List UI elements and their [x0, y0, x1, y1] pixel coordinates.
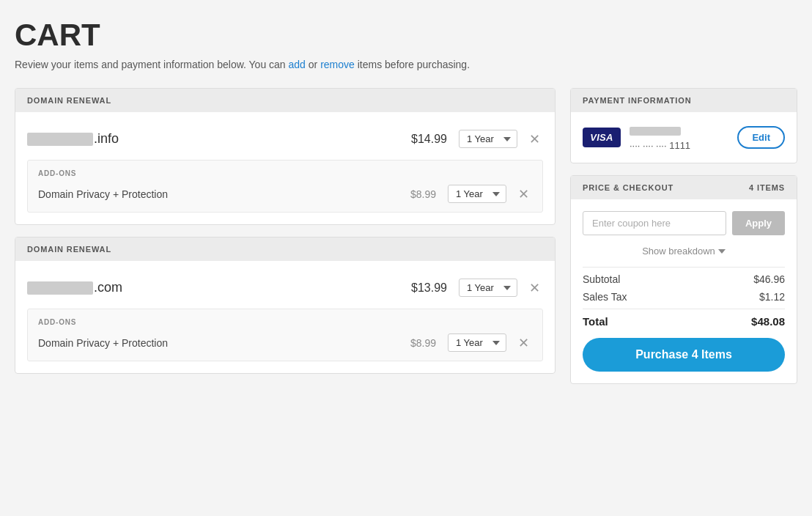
- items-badge: 4 ITEMS: [749, 183, 785, 192]
- addon-name-1-0: Domain Privacy + Protection: [38, 188, 402, 200]
- tax-value: $1.12: [759, 291, 785, 303]
- domain-price-2: $13.99: [411, 281, 447, 295]
- divider-1: [583, 267, 785, 268]
- domain-ext-1: .info: [94, 131, 119, 146]
- subtotal-value: $46.96: [753, 273, 785, 285]
- addon-row-2-0: Domain Privacy + Protection $8.99 1 Year…: [38, 333, 532, 352]
- addon-name-2-0: Domain Privacy + Protection: [38, 337, 402, 349]
- domain-renewal-header-1: DOMAIN RENEWAL: [15, 89, 555, 112]
- main-layout: DOMAIN RENEWAL .info $14.99 1 Year 2 Yea…: [15, 88, 797, 384]
- addon-year-select-1-0[interactable]: 1 Year 2 Years 3 Years: [448, 185, 506, 203]
- domain-blurred-2: [27, 281, 93, 295]
- breakdown-label: Show breakdown: [642, 246, 715, 257]
- domain-name-1: .info: [27, 131, 402, 147]
- card-blurred: [630, 127, 681, 136]
- domain-year-select-1[interactable]: 1 Year 2 Years 3 Years: [459, 130, 517, 148]
- addon-year-select-2-0[interactable]: 1 Year 2 Years 3 Years: [448, 333, 506, 352]
- total-label: Total: [583, 315, 608, 328]
- addon-remove-btn-1-0[interactable]: ✕: [515, 186, 532, 202]
- checkout-body: Apply Show breakdown Subtotal $46.96 Sal…: [571, 199, 797, 383]
- domain-card-body-2: .com $13.99 1 Year 2 Years 3 Years ✕ ADD…: [15, 261, 555, 373]
- tax-label: Sales Tax: [583, 291, 627, 303]
- edit-payment-button[interactable]: Edit: [737, 126, 785, 149]
- subtotal-label: Subtotal: [583, 273, 620, 285]
- addons-label-1: ADD-ONS: [38, 169, 532, 177]
- domain-card-body-1: .info $14.99 1 Year 2 Years 3 Years ✕ AD…: [15, 112, 555, 224]
- domain-renewal-header-2: DOMAIN RENEWAL: [15, 237, 555, 261]
- subtotal-row: Subtotal $46.96: [583, 273, 785, 285]
- domain-price-1: $14.99: [411, 133, 447, 146]
- total-row: Total $48.08: [583, 315, 785, 328]
- domain-renewal-card-1: DOMAIN RENEWAL .info $14.99 1 Year 2 Yea…: [15, 88, 556, 225]
- addon-price-1-0: $8.99: [410, 188, 436, 200]
- domain-row-1: .info $14.99 1 Year 2 Years 3 Years ✕: [27, 124, 543, 154]
- payment-header: PAYMENT INFORMATION: [571, 89, 797, 112]
- cart-items-column: DOMAIN RENEWAL .info $14.99 1 Year 2 Yea…: [15, 88, 556, 374]
- addon-row-1-0: Domain Privacy + Protection $8.99 1 Year…: [38, 185, 532, 203]
- purchase-button[interactable]: Purchase 4 Items: [583, 338, 785, 372]
- tax-row: Sales Tax $1.12: [583, 291, 785, 303]
- payment-body: VISA ···· ···· ···· 1111 Edit: [571, 112, 797, 163]
- divider-2: [583, 309, 785, 309]
- checkout-header: PRICE & CHECKOUT 4 ITEMS: [571, 176, 797, 199]
- addons-label-2: ADD-ONS: [38, 318, 532, 326]
- addons-box-2: ADD-ONS Domain Privacy + Protection $8.9…: [27, 309, 543, 361]
- apply-coupon-button[interactable]: Apply: [732, 211, 785, 235]
- domain-remove-btn-1[interactable]: ✕: [526, 131, 543, 147]
- domain-blurred-1: [27, 133, 93, 146]
- addons-box-1: ADD-ONS Domain Privacy + Protection $8.9…: [27, 160, 543, 213]
- total-value: $48.08: [751, 315, 785, 328]
- payment-info-card: PAYMENT INFORMATION VISA ···· ···· ···· …: [570, 88, 797, 163]
- domain-remove-btn-2[interactable]: ✕: [526, 280, 543, 296]
- domain-ext-2: .com: [94, 280, 122, 295]
- checkout-card: PRICE & CHECKOUT 4 ITEMS Apply Show brea…: [570, 175, 797, 384]
- card-last4: ···· ···· ···· 1111: [630, 140, 728, 151]
- addon-price-2-0: $8.99: [410, 337, 436, 349]
- chevron-down-icon: [718, 249, 726, 254]
- page-subtitle: Review your items and payment informatio…: [15, 59, 797, 70]
- checkout-header-label: PRICE & CHECKOUT: [583, 183, 673, 192]
- right-column: PAYMENT INFORMATION VISA ···· ···· ···· …: [570, 88, 797, 384]
- domain-year-select-2[interactable]: 1 Year 2 Years 3 Years: [459, 279, 517, 297]
- card-info: ···· ···· ···· 1111: [630, 124, 728, 151]
- coupon-input[interactable]: [583, 211, 726, 235]
- coupon-row: Apply: [583, 211, 785, 235]
- addon-remove-btn-2-0[interactable]: ✕: [515, 335, 532, 351]
- domain-row-2: .com $13.99 1 Year 2 Years 3 Years ✕: [27, 273, 543, 303]
- add-link[interactable]: add: [289, 59, 306, 70]
- domain-renewal-card-2: DOMAIN RENEWAL .com $13.99 1 Year 2 Year…: [15, 237, 556, 374]
- breakdown-toggle[interactable]: Show breakdown: [583, 246, 785, 257]
- domain-name-2: .com: [27, 280, 402, 295]
- visa-logo: VISA: [583, 128, 621, 147]
- page-title: CART: [15, 18, 797, 53]
- remove-link[interactable]: remove: [320, 59, 355, 70]
